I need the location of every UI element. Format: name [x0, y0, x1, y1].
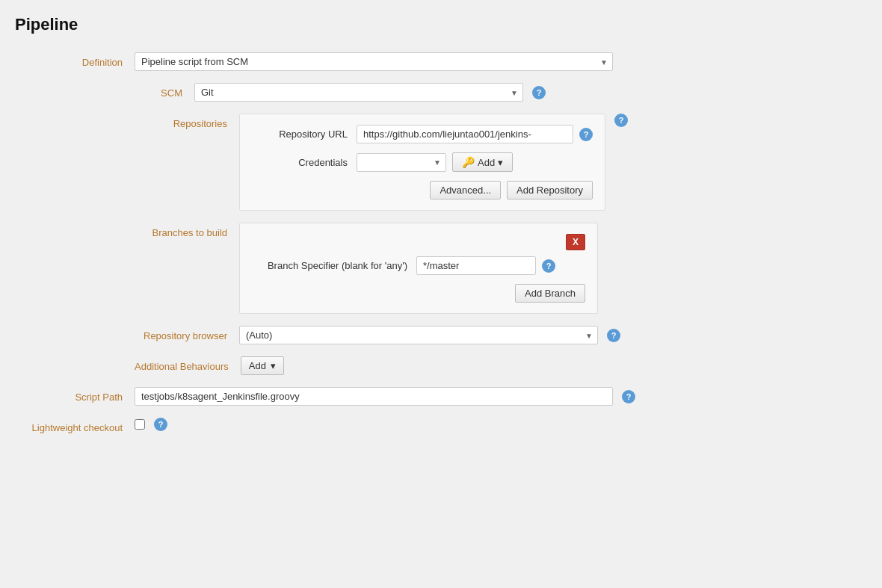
repo-browser-select[interactable]: (Auto): [239, 326, 598, 344]
credentials-row: Credentials 🔑 Add ▾: [252, 152, 593, 172]
lightweight-checkout-label: Lightweight checkout: [15, 418, 135, 433]
add-repository-button[interactable]: Add Repository: [507, 181, 593, 199]
branch-specifier-help-icon[interactable]: ?: [542, 259, 555, 273]
scm-label: SCM: [135, 83, 194, 99]
definition-select[interactable]: Pipeline script from SCM: [135, 52, 613, 71]
credentials-controls: 🔑 Add ▾: [357, 152, 513, 172]
repositories-box: Repository URL ? Credentials 🔑 Add: [239, 114, 605, 211]
scm-select[interactable]: Git: [194, 83, 523, 102]
repo-browser-row: Repository browser (Auto) ?: [135, 326, 867, 344]
script-path-content: ?: [135, 387, 635, 406]
definition-label: Definition: [15, 52, 135, 68]
repo-url-help-icon[interactable]: ?: [579, 128, 593, 141]
key-icon: 🔑: [462, 156, 475, 168]
definition-content: Pipeline script from SCM: [135, 52, 867, 71]
repositories-label: Repositories: [135, 114, 239, 129]
add-branch-button[interactable]: Add Branch: [515, 284, 585, 303]
add-branch-btn-row: Add Branch: [252, 284, 585, 303]
repo-browser-label: Repository browser: [135, 326, 239, 341]
branch-specifier-row: Branch Specifier (blank for 'any') ?: [252, 256, 585, 275]
credentials-select[interactable]: [357, 153, 446, 172]
credentials-add-label: Add: [478, 157, 495, 168]
scm-select-wrapper: Git: [194, 83, 523, 102]
script-path-input[interactable]: [135, 387, 613, 406]
branches-row: Branches to build X Branch Specifier (bl…: [135, 223, 867, 314]
lightweight-checkout-help-icon[interactable]: ?: [154, 418, 167, 431]
repo-browser-wrapper: (Auto) ?: [239, 326, 620, 344]
repo-browser-help-icon[interactable]: ?: [607, 329, 620, 342]
scm-help-icon[interactable]: ?: [532, 86, 546, 99]
repo-url-label: Repository URL: [252, 129, 357, 140]
add-behaviour-arrow: ▾: [271, 360, 276, 371]
repositories-help-icon[interactable]: ?: [614, 114, 628, 127]
credentials-add-arrow: ▾: [498, 157, 503, 168]
lightweight-checkout-checkbox[interactable]: [135, 419, 145, 430]
credentials-add-button[interactable]: 🔑 Add ▾: [452, 152, 513, 172]
script-path-row: Script Path ?: [15, 387, 867, 406]
branches-box: X Branch Specifier (blank for 'any') ? A…: [239, 223, 598, 314]
branches-section-wrapper: X Branch Specifier (blank for 'any') ? A…: [239, 223, 616, 314]
repo-browser-select-wrapper: (Auto): [239, 326, 598, 344]
branch-specifier-input[interactable]: [416, 256, 536, 275]
credentials-select-wrapper: [357, 153, 446, 172]
additional-behaviours-row: Additional Behaviours Add ▾: [135, 356, 867, 375]
scm-select-row: Git ?: [194, 83, 867, 102]
page-title: Pipeline: [15, 15, 867, 34]
definition-select-wrapper: Pipeline script from SCM: [135, 52, 613, 71]
x-button-row: X: [252, 234, 585, 250]
repo-url-row: Repository URL ?: [252, 125, 593, 143]
scm-content: Git ?: [194, 83, 867, 102]
remove-branch-button[interactable]: X: [566, 234, 585, 250]
definition-row: Definition Pipeline script from SCM: [15, 52, 867, 71]
add-behaviour-button[interactable]: Add ▾: [241, 356, 284, 375]
advanced-button[interactable]: Advanced...: [430, 181, 501, 199]
branches-label: Branches to build: [135, 223, 239, 238]
additional-behaviours-label: Additional Behaviours: [135, 356, 241, 372]
lightweight-checkout-row: Lightweight checkout ?: [15, 418, 867, 433]
repo-url-input[interactable]: [357, 125, 573, 143]
repositories-btn-row: Advanced... Add Repository: [252, 181, 593, 199]
script-path-label: Script Path: [15, 387, 135, 403]
branch-specifier-label: Branch Specifier (blank for 'any'): [252, 260, 416, 271]
script-path-help-icon[interactable]: ?: [622, 390, 635, 403]
lightweight-checkout-content: ?: [135, 418, 167, 431]
scm-row: SCM Git ?: [135, 83, 867, 102]
credentials-label: Credentials: [252, 157, 357, 168]
additional-behaviours-wrapper: Add ▾: [241, 356, 284, 375]
repositories-row: Repositories Repository URL ? Credential…: [135, 114, 867, 211]
repositories-section-wrapper: Repository URL ? Credentials 🔑 Add: [239, 114, 628, 211]
add-behaviour-label: Add: [249, 360, 266, 371]
